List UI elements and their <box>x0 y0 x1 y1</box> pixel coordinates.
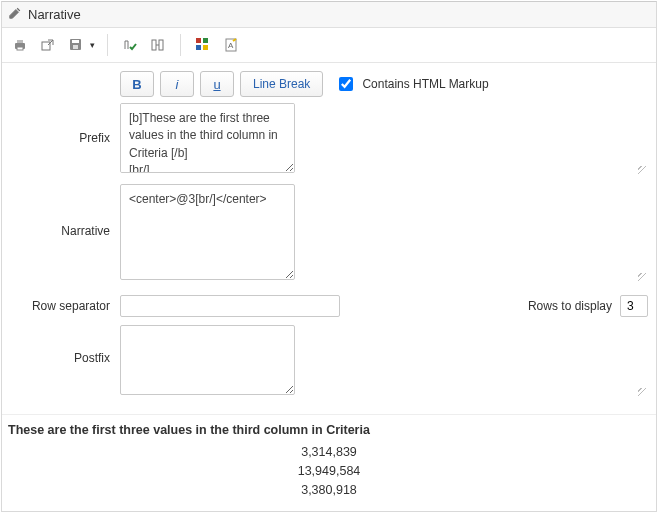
preview-heading: These are the first three values in the … <box>8 423 652 437</box>
preview-values: 3,314,839 13,949,584 3,380,918 <box>6 443 652 499</box>
italic-button[interactable]: i <box>160 71 194 97</box>
insert-icon[interactable]: A <box>221 35 241 55</box>
row-separator-line: Row separator Rows to display <box>10 291 648 325</box>
svg-rect-3 <box>42 42 50 50</box>
prefix-label: Prefix <box>10 103 120 145</box>
toolbar-divider <box>107 34 108 56</box>
bold-button[interactable]: B <box>120 71 154 97</box>
contains-html-wrap[interactable]: Contains HTML Markup <box>335 74 488 94</box>
narrative-panel: Narrative ▾ <box>1 1 657 512</box>
contains-html-label: Contains HTML Markup <box>362 77 488 91</box>
svg-rect-6 <box>73 45 78 49</box>
svg-rect-2 <box>17 47 23 50</box>
preview-row: 3,314,839 <box>6 443 652 462</box>
svg-rect-1 <box>17 40 23 43</box>
line-break-button[interactable]: Line Break <box>240 71 323 97</box>
refresh-tick-icon[interactable] <box>120 35 140 55</box>
svg-rect-7 <box>152 40 156 50</box>
preview-area: These are the first three values in the … <box>2 414 656 511</box>
editor-toolbar: B i u Line Break Contains HTML Markup <box>2 63 656 103</box>
preview-row: 3,380,918 <box>6 481 652 500</box>
row-separator-label: Row separator <box>10 299 120 313</box>
postfix-label: Postfix <box>10 325 120 365</box>
prefix-row: Prefix <box>10 103 648 176</box>
prefix-input[interactable] <box>120 103 295 173</box>
save-menu-icon[interactable] <box>66 35 86 55</box>
columns-icon[interactable] <box>148 35 168 55</box>
postfix-row: Postfix <box>10 325 648 398</box>
rows-to-display-label: Rows to display <box>528 299 612 313</box>
svg-rect-10 <box>203 38 208 43</box>
contains-html-checkbox[interactable] <box>339 77 353 91</box>
svg-rect-5 <box>72 40 79 43</box>
svg-text:A: A <box>228 41 234 50</box>
chevron-down-icon[interactable]: ▾ <box>90 40 95 50</box>
narrative-label: Narrative <box>10 184 120 238</box>
svg-rect-12 <box>203 45 208 50</box>
form-area: Prefix Narrative Row separator Rows to d… <box>2 103 656 414</box>
print-icon[interactable] <box>10 35 30 55</box>
pencil-icon <box>8 6 22 23</box>
preview-row: 13,949,584 <box>6 462 652 481</box>
toolbar-divider <box>180 34 181 56</box>
postfix-input[interactable] <box>120 325 295 395</box>
svg-rect-8 <box>159 40 163 50</box>
narrative-input[interactable] <box>120 184 295 280</box>
narrative-row: Narrative <box>10 184 648 283</box>
toolbar: ▾ A <box>2 28 656 63</box>
panel-header: Narrative <box>2 2 656 28</box>
svg-rect-11 <box>196 45 201 50</box>
rows-to-display-input[interactable] <box>620 295 648 317</box>
export-icon[interactable] <box>38 35 58 55</box>
panel-title: Narrative <box>28 7 81 22</box>
row-separator-input[interactable] <box>120 295 340 317</box>
colors-icon[interactable] <box>193 35 213 55</box>
underline-button[interactable]: u <box>200 71 234 97</box>
svg-rect-9 <box>196 38 201 43</box>
